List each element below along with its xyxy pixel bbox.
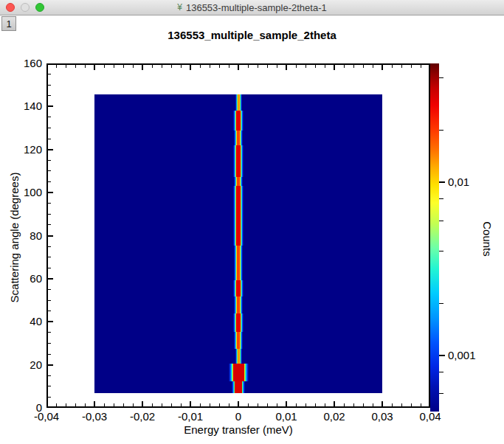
- y-axis-tick: [46, 332, 51, 333]
- x-axis-top-tick: [210, 63, 210, 68]
- y-axis-tick: [46, 397, 51, 398]
- y-axis-tick: [46, 268, 51, 268]
- x-axis-top-tick: [219, 63, 220, 68]
- colorbar-minor-tick: [439, 303, 443, 304]
- x-axis-top-tick: [334, 63, 335, 70]
- elastic-line-segment: [234, 177, 243, 186]
- x-axis-top-tick: [421, 63, 421, 68]
- x-axis-tick: [142, 401, 143, 408]
- x-axis-top-tick: [181, 63, 182, 68]
- x-axis-tick: [219, 403, 220, 408]
- elastic-line-segment: [234, 332, 243, 349]
- y-axis-tick: [46, 95, 51, 96]
- y-axis-tick: [46, 85, 51, 86]
- x-axis-tick: [267, 403, 268, 408]
- elastic-line-segment: [233, 145, 244, 177]
- y-axis-tick: [46, 105, 53, 107]
- x-axis-tick: [248, 403, 249, 408]
- x-axis-top-tick: [200, 63, 201, 68]
- x-axis-top-tick: [305, 63, 306, 68]
- colorbar-minor-tick: [439, 130, 443, 131]
- y-axis-tick: [46, 170, 51, 171]
- x-axis-top-tick: [286, 63, 287, 70]
- y-axis-tick: [46, 343, 51, 344]
- x-axis-tick: [315, 403, 316, 408]
- y-axis-tick-label: 120: [10, 143, 42, 156]
- plot-canvas[interactable]: -0,04-0,03-0,02-0,0100,010,020,030,04020…: [0, 0, 504, 444]
- x-axis-tick: [286, 401, 287, 408]
- x-axis-tick: [421, 403, 421, 408]
- y-axis-tick: [46, 160, 51, 161]
- colorbar-minor-tick: [439, 77, 443, 78]
- plot-window: ¥ 136553-multiple-sample-2theta-1 1 1365…: [0, 0, 504, 444]
- y-axis-tick: [46, 128, 51, 128]
- x-axis-top-tick: [238, 63, 239, 70]
- x-axis-tick-label: 0: [216, 410, 260, 423]
- x-axis-top-tick: [123, 63, 124, 68]
- x-axis-tick-label: -0,01: [168, 410, 213, 423]
- colorbar-gradient: [430, 63, 439, 412]
- x-axis-top-tick: [392, 63, 393, 68]
- colorbar-tick: [439, 181, 445, 183]
- x-axis-tick: [66, 403, 66, 408]
- elastic-line-segment: [235, 94, 242, 111]
- x-axis-tick: [325, 403, 325, 408]
- y-axis-tick: [46, 214, 51, 215]
- x-axis-tick: [229, 403, 229, 408]
- x-axis-top-tick: [344, 63, 345, 68]
- x-axis-top-tick: [152, 63, 153, 68]
- colorbar-minor-tick: [439, 221, 443, 221]
- colorbar-tick: [439, 355, 445, 356]
- colorbar-minor-tick: [439, 393, 443, 394]
- colorbar-minor-tick: [439, 198, 443, 199]
- x-axis-tick: [190, 401, 191, 408]
- x-axis-tick: [363, 403, 364, 408]
- x-axis-top-tick: [104, 63, 105, 68]
- y-axis-tick-label: 0: [10, 401, 42, 414]
- x-axis-tick: [56, 403, 57, 408]
- x-axis-tick: [411, 403, 412, 408]
- y-axis-tick: [46, 354, 51, 355]
- x-axis-top-tick: [114, 63, 114, 68]
- x-axis-tick: [75, 403, 76, 408]
- x-axis-top-tick: [229, 63, 229, 68]
- y-axis-tick: [46, 278, 53, 280]
- x-axis-top-tick: [75, 63, 76, 68]
- y-axis-tick: [46, 224, 51, 225]
- y-axis-tick: [46, 192, 53, 193]
- x-axis-tick: [162, 403, 162, 408]
- x-axis-tick: [258, 403, 258, 408]
- y-axis-tick: [46, 117, 51, 117]
- elastic-line-segment: [234, 246, 243, 280]
- y-axis-tick: [46, 386, 51, 386]
- x-axis-tick: [305, 403, 306, 408]
- x-axis-title: Energy transfer (meV): [46, 423, 430, 436]
- x-axis-tick: [392, 403, 393, 408]
- x-axis-top-tick: [142, 63, 143, 70]
- elastic-line-segment: [233, 186, 244, 246]
- x-axis-tick: [296, 403, 297, 408]
- y-axis-tick-label: 140: [10, 100, 42, 112]
- x-axis-tick: [171, 403, 172, 408]
- x-axis-top-tick: [325, 63, 325, 68]
- x-axis-tick: [152, 403, 153, 408]
- x-axis-top-tick: [353, 63, 354, 68]
- y-axis-tick: [46, 139, 51, 139]
- y-axis-tick: [46, 149, 53, 150]
- colorbar-tick-label: 0,001: [448, 349, 488, 361]
- x-axis-top-tick: [258, 63, 258, 68]
- x-axis-tick: [382, 401, 383, 408]
- colorbar-minor-tick: [439, 251, 443, 252]
- x-axis-tick: [210, 403, 210, 408]
- x-axis-tick-label: -0,02: [120, 410, 165, 423]
- x-axis-tick: [334, 401, 335, 408]
- x-axis-tick: [133, 403, 134, 408]
- y-axis-tick: [46, 181, 51, 182]
- x-axis-top-tick: [85, 63, 86, 68]
- x-axis-top-tick: [315, 63, 316, 68]
- y-axis-tick: [46, 74, 51, 74]
- x-axis-tick-label: 0,04: [408, 410, 452, 423]
- x-axis-top-tick: [411, 63, 412, 68]
- x-axis-tick: [353, 403, 354, 408]
- elastic-line-segment: [233, 313, 244, 332]
